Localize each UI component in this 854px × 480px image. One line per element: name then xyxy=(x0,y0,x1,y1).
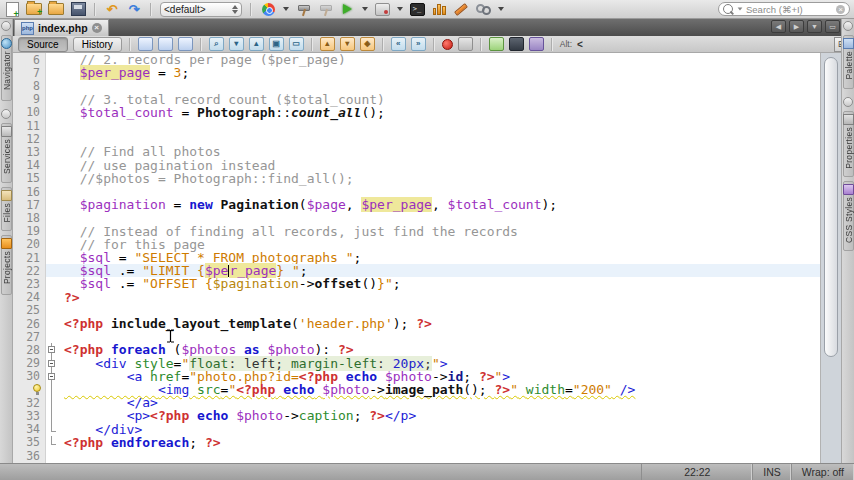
code-line-16[interactable]: 16 xyxy=(13,185,820,198)
code-line-18[interactable]: 18 xyxy=(13,211,820,224)
tab-index-php[interactable]: php index.php × xyxy=(14,19,109,36)
code-line-11[interactable]: 11 xyxy=(13,119,820,132)
code-line-34[interactable]: 34 </div> xyxy=(13,423,820,436)
redo-button[interactable]: ↷ xyxy=(126,2,142,16)
debug-dropdown-icon[interactable] xyxy=(397,7,403,11)
start-macro-recording-button[interactable] xyxy=(442,39,453,50)
terminal-button[interactable]: >_ xyxy=(409,2,425,16)
fold-gutter[interactable] xyxy=(46,159,57,172)
toggle-bookmark-button[interactable]: ◈ xyxy=(360,37,375,51)
attach-debugger-button[interactable] xyxy=(453,2,469,16)
code-line-7[interactable]: 7 $per_page = 3; xyxy=(13,66,820,79)
sidebar-tab-projects[interactable]: Projects xyxy=(1,235,12,295)
minimize-group-button[interactable] xyxy=(1,21,11,31)
fold-gutter[interactable] xyxy=(46,343,57,356)
code-line-6[interactable]: 6 // 2. records per page ($per_page) xyxy=(13,53,820,66)
browser-dropdown-icon[interactable] xyxy=(283,7,289,11)
clean-build-button[interactable] xyxy=(317,2,333,16)
profiler-button[interactable] xyxy=(431,2,447,16)
fold-gutter[interactable] xyxy=(46,370,57,383)
code-line-35[interactable]: 35<?php endforeach; ?> xyxy=(13,436,820,449)
forward-button[interactable] xyxy=(178,37,193,51)
browser-select-button[interactable] xyxy=(260,2,276,16)
fold-gutter[interactable] xyxy=(46,357,57,370)
fold-gutter[interactable] xyxy=(46,409,57,422)
scroll-tabs-left-button[interactable]: ◀ xyxy=(771,20,786,33)
shift-left-button[interactable]: « xyxy=(391,37,406,51)
code-line-30[interactable]: 30 <a href="photo.php?id=<?php echo $pho… xyxy=(13,370,820,383)
fold-gutter[interactable] xyxy=(46,53,57,66)
minimize-group-button[interactable] xyxy=(843,97,853,107)
fold-gutter[interactable] xyxy=(46,66,57,79)
stop-macro-recording-button[interactable] xyxy=(458,37,473,51)
fold-gutter[interactable] xyxy=(46,185,57,198)
code-line-15[interactable]: 15 //$photos = Photograph::find_all(); xyxy=(13,172,820,185)
fold-gutter[interactable] xyxy=(46,211,57,224)
code-line-36[interactable]: 36 xyxy=(13,449,820,462)
code-line-29[interactable]: 29 <div style="float: left; margin-left:… xyxy=(13,357,820,370)
code-line-13[interactable]: 13 // Find all photos xyxy=(13,145,820,158)
code-line-12[interactable]: 12 xyxy=(13,132,820,145)
code-line-10[interactable]: 10 $total_count = Photograph::count_all(… xyxy=(13,106,820,119)
search-clear-icon[interactable]: × xyxy=(836,5,845,14)
fold-gutter[interactable] xyxy=(46,198,57,211)
run-dropdown-icon[interactable] xyxy=(362,7,368,11)
fold-gutter[interactable] xyxy=(46,383,57,396)
code-line-8[interactable]: 8 xyxy=(13,79,820,92)
build-button[interactable] xyxy=(295,2,311,16)
fold-gutter[interactable] xyxy=(46,317,57,330)
insert-mode-indicator[interactable]: INS xyxy=(752,464,791,480)
sidebar-tab-properties[interactable]: Properties xyxy=(843,111,854,177)
undo-button[interactable]: ↶ xyxy=(104,2,120,16)
history-view-button[interactable]: History xyxy=(73,37,122,52)
save-all-button[interactable] xyxy=(70,2,86,16)
debug-button[interactable] xyxy=(374,2,390,16)
fold-gutter[interactable] xyxy=(46,277,57,290)
fold-gutter[interactable] xyxy=(46,225,57,238)
fold-gutter[interactable] xyxy=(46,264,57,277)
scroll-tabs-right-button[interactable]: ▶ xyxy=(789,20,804,33)
code-line-17[interactable]: 17 $pagination = new Pagination($page, $… xyxy=(13,198,820,211)
gears-dropdown-icon[interactable] xyxy=(498,7,504,11)
code-editor[interactable]: 6 // 2. records per page ($per_page)7 $p… xyxy=(13,53,841,463)
previous-bookmark-button[interactable]: ▴ xyxy=(320,37,335,51)
fold-gutter[interactable] xyxy=(46,449,57,462)
uncomment-button[interactable] xyxy=(509,37,524,51)
fold-gutter[interactable] xyxy=(46,93,57,106)
code-line-24[interactable]: 24?> xyxy=(13,291,820,304)
config-select[interactable]: <default> xyxy=(160,2,242,17)
code-line-27[interactable]: 27 xyxy=(13,330,820,343)
fold-gutter[interactable] xyxy=(46,119,57,132)
code-line-26[interactable]: 26<?php include_layout_template('header.… xyxy=(13,317,820,330)
sidebar-tab-css-styles[interactable]: CSS Styles xyxy=(843,181,854,251)
source-view-button[interactable]: Source xyxy=(18,37,68,52)
code-line-22[interactable]: 22 $sql .= "LIMIT {$per_page} "; xyxy=(13,264,820,277)
fold-gutter[interactable] xyxy=(46,106,57,119)
code-line-33[interactable]: 33 <p><?php echo $photo->caption; ?></p> xyxy=(13,409,820,422)
fold-gutter[interactable] xyxy=(46,436,57,449)
new-project-button[interactable]: + xyxy=(26,2,42,16)
minimize-group-button[interactable] xyxy=(843,21,853,31)
fold-gutter[interactable] xyxy=(46,423,57,436)
fold-gutter[interactable] xyxy=(46,291,57,304)
find-next-button[interactable]: ▾ xyxy=(229,37,244,51)
find-selection-button[interactable]: ⌕ xyxy=(209,37,224,51)
code-line-28[interactable]: 28<?php foreach ($photos as $photo): ?> xyxy=(13,343,820,356)
new-file-button[interactable]: + xyxy=(4,2,20,16)
find-previous-button[interactable]: ▴ xyxy=(249,37,264,51)
code-line-23[interactable]: 23 $sql .= "OFFSET {$pagination->offset(… xyxy=(13,277,820,290)
fold-gutter[interactable] xyxy=(46,238,57,251)
shift-right-button[interactable]: » xyxy=(411,37,426,51)
last-edit-location-button[interactable] xyxy=(138,37,153,51)
run-button[interactable] xyxy=(339,2,355,16)
maximize-window-button[interactable]: ▭ xyxy=(825,20,840,33)
vertical-scrollbar[interactable] xyxy=(820,53,841,463)
fold-gutter[interactable] xyxy=(46,330,57,343)
fold-gutter[interactable] xyxy=(46,304,57,317)
sidebar-tab-files[interactable]: Files xyxy=(1,187,12,231)
options-gears-button[interactable] xyxy=(475,2,491,16)
code-line-25[interactable]: 25 xyxy=(13,304,820,317)
comment-button[interactable] xyxy=(489,37,504,51)
open-project-button[interactable] xyxy=(48,2,64,16)
sidebar-tab-services[interactable]: Services xyxy=(1,123,12,183)
